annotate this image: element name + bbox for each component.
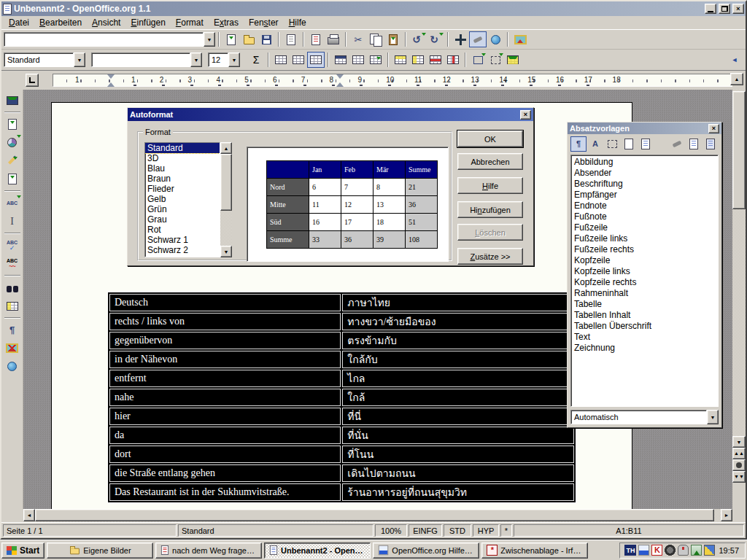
font-dropdown-button[interactable]: ▼ [190,52,202,67]
dialog-button[interactable]: Hilfe [457,177,523,194]
style-list-item[interactable]: Beschriftung [571,179,718,190]
scroll-up-button[interactable]: ▲ [730,73,743,85]
format-list-item[interactable]: Schwarz 2 [145,245,220,255]
fill-format-mode-button[interactable] [669,136,685,152]
find-replace-button[interactable] [3,279,22,297]
format-list-item[interactable]: Grau [145,214,220,225]
draw-functions-button[interactable] [3,152,22,170]
menu-item[interactable]: Fenster [244,16,284,29]
status-insert-mode[interactable]: EINFG [409,524,442,537]
export-pdf-button[interactable] [307,31,325,47]
table-cell-german[interactable]: in der Nähevon [109,351,341,368]
url-field[interactable] [4,32,204,47]
style-list-item[interactable]: Kopfzeile links [571,266,718,277]
format-list-item[interactable]: Standard [145,143,220,153]
style-list-item[interactable]: Absender [571,168,718,179]
navigation-button[interactable] [732,459,746,471]
table-cell-german[interactable]: Deutsch [109,294,341,311]
gallery-button[interactable] [511,31,529,47]
vscroll-thumb[interactable] [732,91,746,209]
background-color-button[interactable] [504,52,522,68]
paste-button[interactable] [384,31,402,47]
keyboard-language-indicator[interactable]: TH [624,545,636,556]
dialog-button[interactable]: Hinzufügen [457,201,523,218]
nonprinting-chars-button[interactable]: ¶ [3,321,22,339]
optimize-cells-button[interactable] [307,52,325,68]
style-list-item[interactable]: Fußnote [571,211,718,222]
line-style-button[interactable] [487,52,504,68]
volume-tray-icon[interactable] [665,545,676,556]
style-list-item[interactable]: Text [571,332,718,343]
character-styles-button[interactable]: A [587,136,603,152]
task-openoffice-hilfe[interactable]: OpenOffice.org Hilfe - ... [373,542,479,559]
toolbar-collapse-button[interactable]: ◄ [726,52,743,68]
format-list-item[interactable]: Türkis [145,255,220,257]
style-dropdown-button[interactable]: ▼ [74,52,85,67]
dialog-close-button[interactable]: × [520,110,531,120]
table-cell-thai[interactable]: ที่นั่น [342,427,574,444]
style-list-item[interactable]: Tabellen Überschrift [571,321,718,332]
style-list-item[interactable]: Fußzeile rechts [571,244,718,255]
form-functions-button[interactable] [3,170,22,188]
list-styles-button[interactable] [638,136,654,152]
table-cell-german[interactable]: nahe [109,389,341,406]
edit-file-button[interactable] [282,31,300,47]
insert-fields-button[interactable] [3,115,22,133]
dialog-button[interactable]: Abbrechen [457,153,523,170]
stylist-title-bar[interactable]: Absatzvorlagen × [568,122,721,134]
style-list-item[interactable]: Fußzeile links [571,233,718,244]
redo-button[interactable]: ↻ [427,31,444,47]
menu-item[interactable]: Hilfe [284,16,311,29]
menu-item[interactable]: Format [171,16,209,29]
table-grid-button[interactable] [349,52,367,68]
tab-type-button[interactable] [26,74,39,87]
scroll-up-button[interactable]: ▲ [220,142,232,154]
indent-marker-right[interactable] [336,74,344,87]
menu-item[interactable]: Ansicht [87,16,125,29]
task-unbenannt2[interactable]: Unbenannt2 - OpenO... [264,542,371,559]
new-style-button[interactable] [686,136,702,152]
next-page-button[interactable]: ▼▼ [732,471,746,483]
dialog-button[interactable]: Zusätze >> [457,248,523,265]
size-dropdown-button[interactable]: ▼ [228,52,240,67]
dialog-title-bar[interactable]: Autoformat × [128,108,533,121]
spellcheck-button[interactable]: ABC✓ [3,236,22,254]
graphics-utility-tray-icon[interactable] [704,545,715,556]
quickstarter-tray-icon[interactable] [638,545,649,556]
table-cell-german[interactable]: gegenübervon [109,332,341,349]
remove-hardware-tray-icon[interactable] [691,545,702,556]
borders-button[interactable] [469,52,487,68]
table-cell-thai[interactable]: ที่นี่ [342,408,574,425]
antivirus-tray-icon[interactable]: K [651,545,662,556]
status-hyperlink-mode[interactable]: HYP [473,524,499,537]
scroll-down-button[interactable]: ▼ [732,436,746,448]
vscroll-track[interactable] [732,90,746,436]
new-document-button[interactable] [222,31,240,47]
scroll-left-button[interactable]: ◄ [23,509,35,521]
table-cell-thai[interactable]: ใกล้ [342,389,574,406]
format-list-item[interactable]: Blau [145,163,220,174]
cut-button[interactable]: ✂ [349,31,367,47]
previous-page-button[interactable]: ▲▲ [732,448,746,459]
frame-styles-button[interactable] [604,136,620,152]
font-name-combo[interactable]: ▼ [91,52,202,67]
table-fix-button[interactable] [332,52,349,68]
horizontal-ruler[interactable]: 1 123456789101112131415161718 [53,74,732,87]
style-list-item[interactable]: Tabelle [571,299,718,310]
font-name-field[interactable] [91,52,190,67]
hscroll-thumb[interactable] [35,509,714,521]
menu-item[interactable]: Einfügen [125,16,170,29]
insert-row-button[interactable] [392,52,409,68]
data-sources-button[interactable] [3,297,22,315]
font-size-field[interactable]: 12 [208,52,228,67]
update-style-button[interactable] [703,136,719,152]
format-list-item[interactable]: Grün [145,204,220,214]
save-button[interactable] [258,31,275,47]
table-cell-german[interactable]: entfernt [109,370,341,387]
style-list-item[interactable]: Zeichnung [571,343,718,354]
style-filter-field[interactable]: Automatisch [570,410,707,424]
style-list-item[interactable]: Tabellen Inhalt [571,310,718,321]
menu-item[interactable]: Bearbeiten [34,16,87,29]
delete-column-button[interactable] [444,52,462,68]
table-cell-thai[interactable]: ที่โนน [342,446,574,463]
